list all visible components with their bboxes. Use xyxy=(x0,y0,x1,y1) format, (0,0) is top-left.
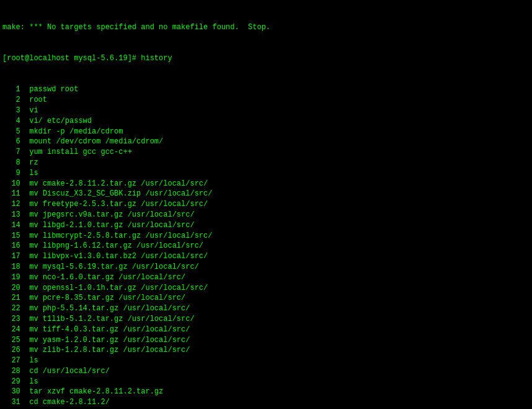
history-item: 22 mv php-5.5.14.tar.gz /usr/local/src/ xyxy=(2,303,530,314)
history-item: 12 mv freetype-2.5.3.tar.gz /usr/local/s… xyxy=(2,199,530,210)
history-item: 19 mv nco-1.6.0.tar.gz /usr/local/src/ xyxy=(2,272,530,283)
history-item: 21 mv pcre-8.35.tar.gz /usr/local/src/ xyxy=(2,293,530,303)
history-item: 31 cd cmake-2.8.11.2/ xyxy=(2,397,530,408)
history-item: 1 passwd root xyxy=(2,84,530,95)
history-item: 30 tar xzvf cmake-2.8.11.2.tar.gz xyxy=(2,387,530,397)
history-item: 13 mv jpegsrc.v9a.tar.gz /usr/local/src/ xyxy=(2,210,530,220)
history-item: 7 yum install gcc gcc-c++ xyxy=(2,147,530,158)
history-item: 24 mv tiff-4.0.3.tar.gz /usr/local/src/ xyxy=(2,325,530,335)
history-command-prompt: [root@localhost mysql-5.6.19]# history xyxy=(2,53,530,64)
history-item: 18 mv mysql-5.6.19.tar.gz /usr/local/src… xyxy=(2,262,530,272)
history-item: 27 ls xyxy=(2,356,530,366)
history-item: 11 mv Discuz_X3.2_SC_GBK.zip /usr/local/… xyxy=(2,189,530,199)
history-item: 15 mv libmcrypt-2.5.8.tar.gz /usr/local/… xyxy=(2,231,530,241)
history-item: 26 mv zlib-1.2.8.tar.gz /usr/local/src/ xyxy=(2,345,530,356)
history-item: 16 mv libpng-1.6.12.tar.gz /usr/local/sr… xyxy=(2,241,530,251)
history-item: 5 mkdir -p /media/cdrom xyxy=(2,127,530,137)
history-item: 8 rz xyxy=(2,158,530,168)
history-item: 28 cd /usr/local/src/ xyxy=(2,366,530,377)
history-item: 14 mv libgd-2.1.0.tar.gz /usr/local/src/ xyxy=(2,220,530,231)
history-item: 29 ls xyxy=(2,377,530,387)
history-output: 1 passwd root 2 root 3 vi 4 vi/ etc/pass… xyxy=(2,84,530,409)
header-error-line: make: *** No targets specified and no ma… xyxy=(2,22,530,33)
history-item: 3 vi xyxy=(2,106,530,116)
terminal-window: make: *** No targets specified and no ma… xyxy=(0,0,532,409)
history-item: 10 mv cmake-2.8.11.2.tar.gz /usr/local/s… xyxy=(2,179,530,189)
history-item: 17 mv libvpx-v1.3.0.tar.bz2 /usr/local/s… xyxy=(2,251,530,262)
history-item: 2 root xyxy=(2,95,530,106)
history-item: 9 ls xyxy=(2,168,530,179)
history-item: 23 mv t1lib-5.1.2.tar.gz /usr/local/src/ xyxy=(2,314,530,325)
history-item: 6 mount /dev/cdrom /media/cdrom/ xyxy=(2,137,530,147)
history-item: 25 mv yasm-1.2.0.tar.gz /usr/local/src/ xyxy=(2,335,530,346)
history-item: 4 vi/ etc/passwd xyxy=(2,116,530,127)
history-item: 20 mv openssl-1.0.1h.tar.gz /usr/local/s… xyxy=(2,283,530,294)
